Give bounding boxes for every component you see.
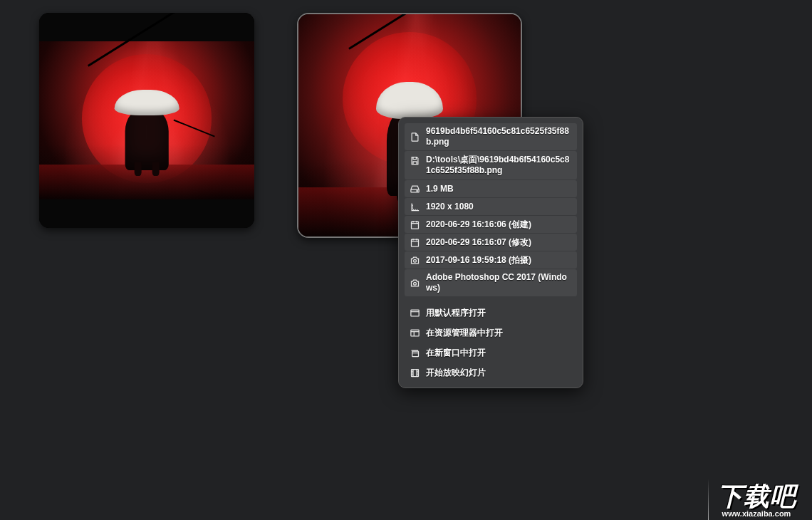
modified-value: 2020-06-29 16:16:07 (修改) bbox=[426, 237, 573, 248]
camera-icon bbox=[409, 277, 420, 288]
svg-rect-7 bbox=[410, 330, 418, 336]
software-value: Adobe Photoshop CC 2017 (Windows) bbox=[426, 272, 573, 293]
filepath-value: D:\tools\桌面\9619bd4b6f54160c5c81c6525f35… bbox=[426, 155, 573, 176]
svg-rect-6 bbox=[410, 310, 418, 316]
windows-stack-icon bbox=[409, 347, 420, 358]
watermark-divider bbox=[708, 0, 709, 520]
info-software: Adobe Photoshop CC 2017 (Windows) bbox=[405, 269, 577, 296]
action-start-slideshow[interactable]: 开始放映幻灯片 bbox=[405, 364, 577, 381]
filename-value: 9619bd4b6f54160c5c81c6525f35f88b.png bbox=[426, 126, 573, 147]
file-icon bbox=[409, 131, 420, 142]
taken-value: 2017-09-16 19:59:18 (拍摄) bbox=[426, 255, 573, 266]
watermark: 下载吧 www.xiazaiba.com bbox=[707, 484, 806, 518]
watermark-text: 下载吧 bbox=[707, 484, 806, 509]
window-icon bbox=[409, 307, 420, 318]
info-filepath: D:\tools\桌面\9619bd4b6f54160c5c81c6525f35… bbox=[405, 151, 577, 180]
action-open-new-window[interactable]: 在新窗口中打开 bbox=[405, 344, 577, 361]
created-value: 2020-06-29 16:16:06 (创建) bbox=[426, 219, 573, 230]
info-filesize: 1.9 MB bbox=[405, 180, 577, 197]
action-label: 用默认程序打开 bbox=[426, 308, 573, 318]
info-modified: 2020-06-29 16:16:07 (修改) bbox=[405, 234, 577, 251]
svg-point-5 bbox=[413, 282, 416, 285]
info-dimensions: 1920 x 1080 bbox=[405, 198, 577, 215]
action-label: 开始放映幻灯片 bbox=[426, 368, 573, 378]
file-info-panel: 9619bd4b6f54160c5c81c6525f35f88b.png D:\… bbox=[398, 117, 583, 388]
action-label: 在资源管理器中打开 bbox=[426, 328, 573, 338]
drive-icon bbox=[409, 183, 420, 194]
action-label: 在新窗口中打开 bbox=[426, 348, 573, 358]
svg-point-1 bbox=[417, 190, 417, 191]
panes-icon bbox=[409, 327, 420, 338]
save-disk-icon bbox=[409, 155, 420, 166]
svg-point-4 bbox=[413, 259, 416, 262]
dimensions-value: 1920 x 1080 bbox=[426, 202, 573, 212]
action-open-explorer[interactable]: 在资源管理器中打开 bbox=[405, 324, 577, 341]
svg-rect-3 bbox=[411, 239, 418, 246]
thumbnail-unselected[interactable] bbox=[39, 13, 254, 228]
info-filename: 9619bd4b6f54160c5c81c6525f35f88b.png bbox=[405, 123, 577, 150]
svg-rect-8 bbox=[412, 351, 418, 357]
info-created: 2020-06-29 16:16:06 (创建) bbox=[405, 216, 577, 233]
calendar-icon bbox=[409, 236, 420, 248]
svg-rect-2 bbox=[411, 222, 418, 229]
info-taken: 2017-09-16 19:59:18 (拍摄) bbox=[405, 251, 577, 269]
camera-icon bbox=[409, 254, 420, 266]
calendar-icon bbox=[409, 219, 420, 230]
film-icon bbox=[409, 367, 420, 378]
thumbnail-image bbox=[39, 41, 254, 199]
dimensions-icon bbox=[409, 201, 420, 212]
filesize-value: 1.9 MB bbox=[426, 184, 573, 194]
action-open-default[interactable]: 用默认程序打开 bbox=[405, 304, 577, 321]
